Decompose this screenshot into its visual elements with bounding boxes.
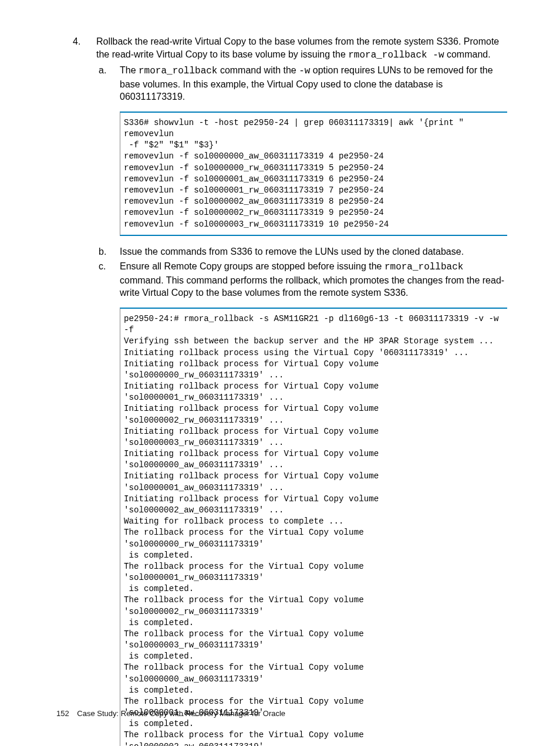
inline-code: rmora_rollback — [139, 66, 217, 76]
list-item-4: 4. Rollback the read-write Virtual Copy … — [56, 35, 507, 746]
page-content: 4. Rollback the read-write Virtual Copy … — [0, 0, 560, 746]
text: command with the — [217, 65, 299, 75]
item4a-text: The rmora_rollback command with the -w o… — [120, 65, 493, 102]
item4-text: Rollback the read-write Virtual Copy to … — [96, 36, 499, 59]
ordered-list-inner-2: b. Issue the commands from S336 to remov… — [96, 245, 507, 299]
list-item-4b: b. Issue the commands from S336 to remov… — [96, 245, 507, 258]
code-block-1: S336# showvlun -t -host pe2950-24 | grep… — [120, 112, 507, 236]
ordered-list-inner: a. The rmora_rollback command with the -… — [96, 64, 507, 103]
list-number: b. — [99, 245, 106, 258]
item4b-text: Issue the commands from S336 to remove t… — [120, 247, 464, 256]
list-number: a. — [99, 64, 106, 77]
list-item-4a: a. The rmora_rollback command with the -… — [96, 64, 507, 103]
text: command. — [444, 49, 490, 59]
text: Ensure all Remote Copy groups are stoppe… — [120, 261, 384, 271]
text: The — [120, 65, 139, 75]
item4c-text: Ensure all Remote Copy groups are stoppe… — [120, 261, 504, 298]
code-block-2: pe2950-24:# rmora_rollback -s ASM11GR21 … — [120, 308, 507, 746]
inline-code: rmora_rollback -w — [348, 50, 444, 60]
footer-title: Case Study: Remote Copy with Recovery Ma… — [77, 709, 285, 718]
inline-code: rmora_rollback — [384, 262, 463, 272]
list-number: 4. — [73, 35, 80, 48]
list-number: c. — [99, 260, 106, 273]
list-item-4c: c. Ensure all Remote Copy groups are sto… — [96, 260, 507, 299]
inline-code: -w — [299, 66, 310, 76]
ordered-list-outer: 4. Rollback the read-write Virtual Copy … — [56, 35, 507, 746]
text: command. This command performs the rollb… — [120, 275, 504, 298]
page-footer: 152 Case Study: Remote Copy with Recover… — [56, 708, 285, 719]
page-number: 152 — [56, 709, 69, 718]
